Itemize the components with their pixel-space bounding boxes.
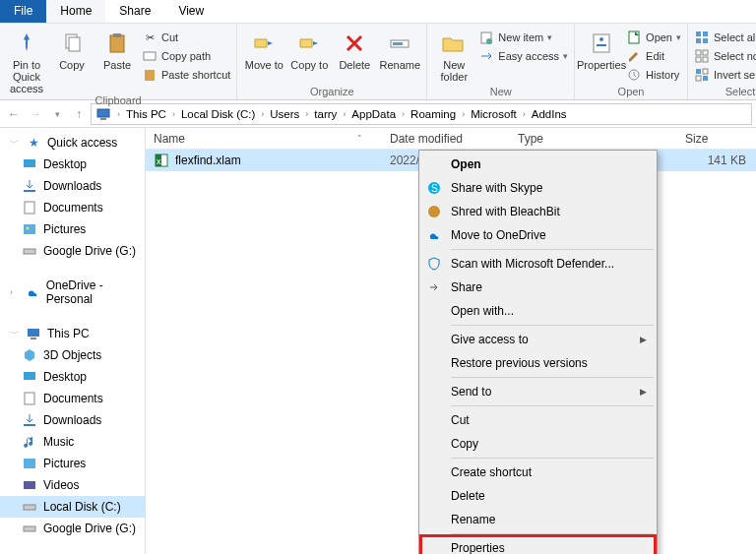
paste-shortcut-icon	[142, 67, 158, 83]
svg-rect-22	[703, 57, 708, 62]
crumb-local-disk[interactable]: Local Disk (C:)	[177, 108, 259, 120]
ctx-delete[interactable]: Delete	[421, 484, 655, 508]
copy-icon	[58, 30, 86, 57]
sidebar-music[interactable]: Music	[0, 431, 145, 453]
svg-rect-2	[110, 35, 124, 52]
sidebar-videos[interactable]: Videos	[0, 474, 145, 496]
recent-button[interactable]: ▾	[47, 104, 67, 124]
up-button[interactable]: ↑	[69, 104, 89, 124]
back-button[interactable]: ←	[4, 104, 24, 124]
svg-rect-35	[28, 329, 39, 337]
ribbon-label-organize: Organize	[310, 86, 354, 99]
new-item-button[interactable]: New item ▾	[478, 30, 568, 45]
sidebar-pictures2[interactable]: Pictures	[0, 453, 145, 474]
svg-rect-30	[24, 190, 35, 192]
move-to-button[interactable]: Move to	[243, 26, 284, 71]
ctx-open[interactable]: Open	[421, 153, 655, 176]
svg-rect-24	[703, 76, 708, 81]
chevron-right-icon: ▶	[640, 335, 647, 344]
ctx-rename[interactable]: Rename	[421, 508, 655, 531]
crumb-microsoft[interactable]: Microsoft	[467, 108, 521, 120]
svg-rect-19	[696, 50, 701, 55]
view-tab[interactable]: View	[164, 0, 218, 23]
file-name-label: flexfind.xlam	[175, 154, 241, 167]
sidebar-local-disk[interactable]: Local Disk (C:)	[0, 496, 145, 518]
sidebar-onedrive[interactable]: ›OneDrive - Personal	[0, 276, 145, 309]
select-none-icon	[694, 48, 710, 64]
copy-to-button[interactable]: Copy to	[288, 26, 330, 71]
sidebar-documents2[interactable]: Documents	[0, 388, 145, 409]
file-size: 141 KB	[677, 154, 756, 167]
column-headers[interactable]: Name˄ Date modified Type Size	[146, 128, 756, 150]
ctx-onedrive[interactable]: Move to OneDrive	[421, 223, 655, 247]
ctx-open-with[interactable]: Open with...	[421, 299, 655, 323]
ctx-give-access[interactable]: Give access to▶	[421, 328, 655, 351]
copy-path-button[interactable]: Copy path	[142, 48, 230, 64]
crumb-users[interactable]: Users	[266, 108, 303, 120]
sidebar-this-pc[interactable]: ﹀This PC	[0, 323, 145, 344]
sidebar-desktop[interactable]: Desktop	[0, 154, 145, 175]
share-tab[interactable]: Share	[105, 0, 164, 23]
sidebar-gdrive2[interactable]: Google Drive (G:)	[0, 518, 145, 539]
history-icon	[626, 67, 642, 83]
svg-point-33	[27, 227, 30, 230]
rename-icon	[386, 30, 413, 57]
svg-text:S: S	[431, 183, 438, 194]
svg-rect-43	[24, 526, 35, 531]
download-icon	[22, 412, 37, 428]
sidebar-documents[interactable]: Documents	[0, 197, 145, 218]
paste-button[interactable]: Paste	[96, 26, 138, 71]
select-none-button[interactable]: Select none	[694, 48, 756, 64]
crumb-addins[interactable]: AddIns	[528, 108, 571, 120]
forward-button[interactable]: →	[26, 104, 45, 124]
ctx-cut[interactable]: Cut	[421, 408, 655, 432]
easy-access-icon	[478, 48, 494, 64]
home-tab[interactable]: Home	[46, 0, 105, 23]
crumb-appdata[interactable]: AppData	[347, 108, 400, 120]
copy-button[interactable]: Copy	[51, 26, 93, 71]
chevron-right-icon[interactable]: ›	[115, 109, 122, 119]
invert-selection-button[interactable]: Invert selection	[694, 67, 756, 83]
cut-button[interactable]: ✂Cut	[142, 30, 230, 45]
ctx-bleachbit[interactable]: Shred with BleachBit	[421, 200, 655, 223]
properties-button[interactable]: Properties	[581, 26, 622, 71]
pin-quick-access-button[interactable]: Pin to Quick access	[6, 26, 47, 94]
open-button[interactable]: Open ▾	[626, 30, 681, 45]
ribbon-label-open: Open	[618, 86, 645, 99]
ctx-skype[interactable]: SShare with Skype	[421, 176, 655, 200]
file-menu[interactable]: File	[0, 0, 46, 23]
crumb-roaming[interactable]: Roaming	[407, 108, 460, 120]
paste-icon	[103, 30, 131, 57]
easy-access-button[interactable]: Easy access ▾	[478, 48, 568, 64]
ctx-share[interactable]: Share	[421, 276, 655, 299]
desktop-icon	[22, 369, 37, 385]
ctx-create-shortcut[interactable]: Create shortcut	[421, 461, 655, 484]
rename-button[interactable]: Rename	[379, 26, 420, 71]
sidebar-3d-objects[interactable]: 3D Objects	[0, 344, 145, 366]
sort-indicator-icon: ˄	[357, 134, 362, 144]
delete-button[interactable]: Delete	[334, 26, 375, 71]
sidebar-desktop2[interactable]: Desktop	[0, 366, 145, 388]
ctx-properties[interactable]: Properties	[421, 536, 655, 554]
breadcrumb[interactable]: › This PC› Local Disk (C:)› Users› tarry…	[91, 103, 752, 125]
ctx-send-to[interactable]: Send to▶	[421, 380, 655, 403]
ctx-defender[interactable]: Scan with Microsoft Defender...	[421, 252, 655, 276]
sidebar-downloads[interactable]: Downloads	[0, 175, 145, 197]
new-folder-button[interactable]: New folder	[433, 26, 474, 83]
sidebar-pictures[interactable]: Pictures	[0, 218, 145, 240]
sidebar-downloads2[interactable]: Downloads	[0, 409, 145, 431]
drive-icon	[22, 521, 37, 536]
ribbon-label-new: New	[490, 86, 512, 99]
paste-shortcut-button[interactable]: Paste shortcut	[142, 67, 230, 83]
ctx-restore[interactable]: Restore previous versions	[421, 351, 655, 375]
edit-button[interactable]: Edit	[626, 48, 681, 64]
sidebar-quick-access[interactable]: ﹀★Quick access	[0, 132, 145, 154]
ctx-copy[interactable]: Copy	[421, 432, 655, 456]
crumb-this-pc[interactable]: This PC	[122, 108, 170, 120]
excel-addin-icon: x	[154, 153, 169, 168]
sidebar-gdrive[interactable]: Google Drive (G:)	[0, 240, 145, 262]
history-button[interactable]: History	[626, 67, 681, 83]
crumb-tarry[interactable]: tarry	[310, 108, 341, 120]
new-folder-icon	[440, 30, 468, 57]
select-all-button[interactable]: Select all	[694, 30, 756, 45]
